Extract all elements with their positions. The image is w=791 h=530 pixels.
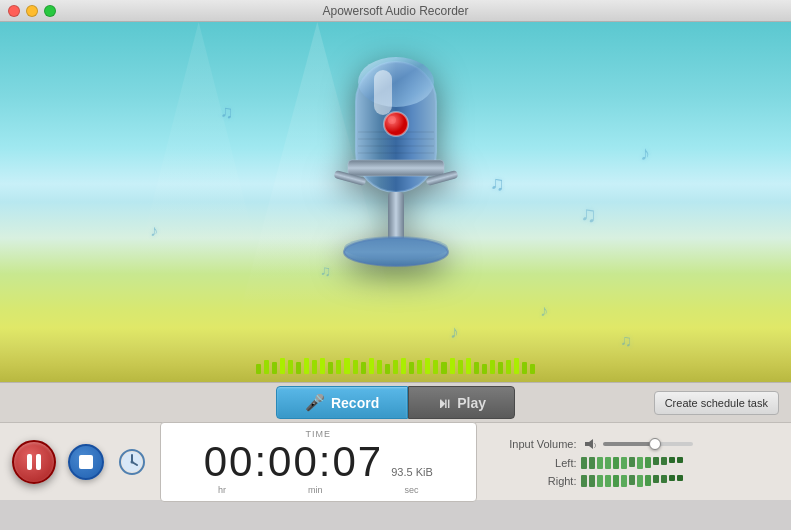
tab-group: 🎤 Record ⏯ Play (276, 386, 515, 419)
svg-rect-8 (374, 70, 392, 115)
svg-point-7 (358, 57, 434, 107)
pause-button[interactable] (12, 440, 56, 484)
window-controls (8, 5, 56, 17)
title-bar: Apowersoft Audio Recorder (0, 0, 791, 22)
svg-point-21 (131, 460, 134, 463)
clock-icon (119, 449, 145, 475)
time-units: hr min sec (177, 485, 460, 495)
input-volume-row: Input Volume: ) (497, 437, 780, 451)
music-note: ♪ (150, 222, 158, 240)
timer-section: TIME 00:00:07 93.5 KiB hr min sec (160, 422, 477, 502)
music-note: ♫ (580, 202, 597, 228)
music-note: ♪ (640, 142, 650, 165)
tab-record[interactable]: 🎤 Record (276, 386, 408, 419)
minimize-button[interactable] (26, 5, 38, 17)
window-title: Apowersoft Audio Recorder (322, 4, 468, 18)
input-volume-label: Input Volume: (497, 438, 577, 450)
pause-icon (27, 454, 41, 470)
microphone-icon: 🎤 (305, 393, 325, 412)
svg-point-9 (384, 112, 408, 136)
stop-icon (79, 455, 93, 469)
microphone-image (326, 52, 466, 306)
music-note: ♫ (490, 172, 505, 195)
unit-sec: sec (404, 485, 418, 495)
svg-text:): ) (594, 442, 596, 448)
music-note: ♪ (540, 302, 548, 320)
schedule-button[interactable]: Create schedule task (654, 391, 779, 415)
svg-marker-22 (585, 439, 593, 449)
record-label: Record (331, 395, 379, 411)
left-channel-bars (581, 457, 683, 469)
time-seconds: 07 (332, 438, 383, 485)
close-button[interactable] (8, 5, 20, 17)
unit-hr: hr (218, 485, 226, 495)
hero-area: ♫ ♪ ♫ ♪ ♫ ♪ ♫ ♪ ♫ (0, 22, 791, 382)
left-channel-label: Left: (497, 457, 577, 469)
file-size: 93.5 KiB (391, 466, 433, 478)
right-channel-label: Right: (497, 475, 577, 487)
play-label: Play (457, 395, 486, 411)
left-channel-row: Left: (497, 457, 780, 469)
maximize-button[interactable] (44, 5, 56, 17)
svg-point-16 (344, 236, 448, 260)
controls-bar: 🎤 Record ⏯ Play Create schedule task (0, 382, 791, 422)
right-panel: Input Volume: ) Left: (489, 437, 780, 487)
unit-min: min (308, 485, 323, 495)
right-channel-row: Right: (497, 475, 780, 487)
right-channel-bars (581, 475, 683, 487)
input-volume-slider[interactable] (603, 442, 693, 446)
music-note: ♫ (220, 102, 234, 123)
level-meter (256, 356, 536, 374)
status-bar: TIME 00:00:07 93.5 KiB hr min sec Input … (0, 422, 791, 500)
music-note: ♫ (620, 332, 632, 350)
time-hours: 00 (204, 438, 255, 485)
music-note: ♪ (450, 322, 459, 343)
play-icon: ⏯ (437, 395, 451, 411)
svg-point-10 (388, 116, 396, 124)
time-minutes: 00 (268, 438, 319, 485)
speaker-icon: ) (583, 437, 597, 451)
svg-rect-11 (348, 160, 444, 176)
stop-button[interactable] (68, 444, 104, 480)
clock-icon-area (116, 446, 148, 478)
svg-rect-14 (388, 192, 404, 242)
tab-play[interactable]: ⏯ Play (408, 386, 515, 419)
time-display: 00:00:07 (204, 441, 384, 483)
